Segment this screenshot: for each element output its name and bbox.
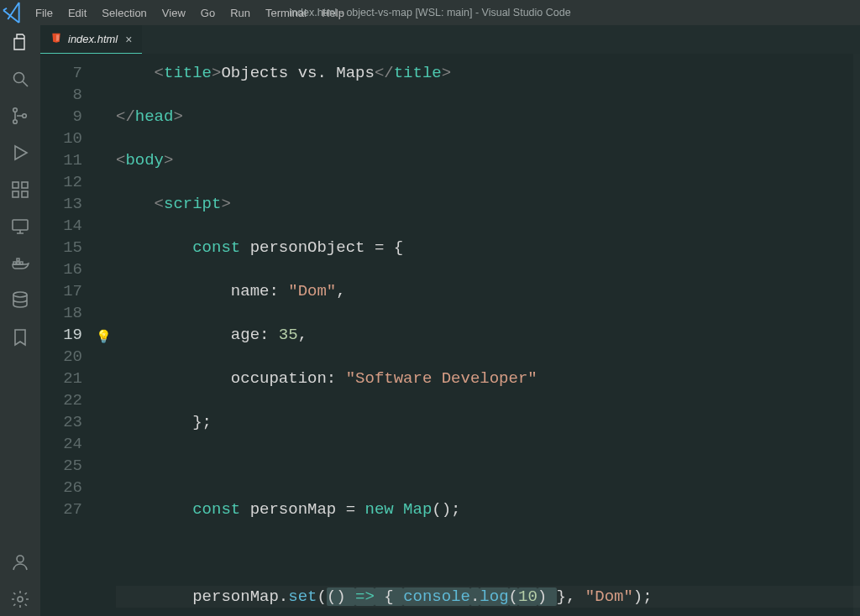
svg-rect-6: [22, 191, 28, 197]
line-number: 20: [40, 346, 82, 368]
line-number: 7: [40, 62, 82, 84]
menu-item-view[interactable]: View: [155, 3, 192, 23]
line-number: 11: [40, 149, 82, 171]
line-number: 16: [40, 258, 82, 280]
code-line[interactable]: age: 35,: [116, 324, 860, 346]
vscode-logo-icon: [0, 0, 27, 26]
code-line[interactable]: [116, 542, 860, 564]
database-icon[interactable]: [8, 289, 32, 312]
close-icon[interactable]: ×: [123, 33, 132, 46]
account-icon[interactable]: [8, 551, 32, 574]
run-debug-icon[interactable]: [8, 141, 32, 164]
code-line[interactable]: <script>: [116, 193, 860, 215]
minimap[interactable]: [853, 54, 860, 616]
line-number: 22: [40, 389, 82, 411]
html-file-icon: [50, 32, 62, 46]
line-number: 18: [40, 302, 82, 324]
code-line[interactable]: </head>: [116, 106, 860, 128]
line-number: 12: [40, 171, 82, 193]
line-number: 26: [40, 477, 82, 499]
code-line[interactable]: const personMap = new Map();: [116, 499, 860, 520]
menu-item-file[interactable]: File: [29, 3, 60, 23]
svg-point-15: [18, 597, 23, 602]
code-editor[interactable]: 789101112131415161718192021222324252627 …: [40, 54, 860, 616]
code-lines[interactable]: <title>Objects vs. Maps</title> </head> …: [116, 62, 860, 616]
code-line[interactable]: };: [116, 411, 860, 433]
line-number-gutter: 789101112131415161718192021222324252627: [40, 62, 99, 616]
line-number: 9: [40, 106, 82, 128]
code-line[interactable]: occupation: "Software Developer": [116, 368, 860, 389]
svg-point-0: [14, 73, 24, 83]
title-bar: FileEditSelectionViewGoRunTerminalHelp i…: [0, 0, 860, 25]
code-line[interactable]: [116, 455, 860, 477]
svg-rect-5: [13, 191, 18, 197]
menu-item-go[interactable]: Go: [194, 3, 222, 23]
editor-tabs: index.html ×: [40, 25, 860, 54]
svg-point-13: [13, 292, 27, 297]
glyph-margin: 💡: [99, 62, 116, 616]
docker-icon[interactable]: [8, 252, 32, 275]
code-line[interactable]: personMap.set(() => { console.log(10) },…: [116, 586, 860, 608]
activity-bar: [0, 25, 40, 616]
line-number: 14: [40, 215, 82, 237]
menu-item-selection[interactable]: Selection: [95, 3, 153, 23]
svg-rect-7: [22, 182, 28, 188]
code-line[interactable]: name: "Dom",: [116, 280, 860, 302]
svg-point-1: [13, 108, 18, 112]
tab-filename: index.html: [68, 33, 118, 45]
line-number: 25: [40, 455, 82, 477]
line-number: 19: [40, 324, 82, 346]
line-number: 13: [40, 193, 82, 215]
line-number: 23: [40, 411, 82, 433]
svg-rect-8: [13, 220, 28, 230]
editor-area: index.html × 789101112131415161718192021…: [40, 25, 860, 616]
extensions-icon[interactable]: [8, 178, 32, 201]
code-line[interactable]: <body>: [116, 149, 860, 171]
tab-index-html[interactable]: index.html ×: [40, 25, 142, 54]
line-number: 21: [40, 368, 82, 389]
menu-item-terminal[interactable]: Terminal: [259, 3, 313, 23]
remote-explorer-icon[interactable]: [8, 215, 32, 238]
svg-rect-12: [17, 258, 19, 261]
bookmark-icon[interactable]: [8, 326, 32, 349]
menu-item-edit[interactable]: Edit: [61, 3, 93, 23]
menu-item-run[interactable]: Run: [223, 3, 257, 23]
line-number: 27: [40, 499, 82, 520]
workbench: index.html × 789101112131415161718192021…: [0, 25, 860, 616]
menu-bar: FileEditSelectionViewGoRunTerminalHelp: [27, 3, 351, 23]
line-number: 8: [40, 84, 82, 106]
search-icon[interactable]: [8, 67, 32, 91]
menu-item-help[interactable]: Help: [315, 3, 351, 23]
lightbulb-icon[interactable]: 💡: [96, 327, 112, 349]
code-line[interactable]: <title>Objects vs. Maps</title>: [116, 62, 860, 84]
settings-gear-icon[interactable]: [8, 587, 32, 611]
line-number: 24: [40, 433, 82, 455]
source-control-icon[interactable]: [8, 104, 32, 128]
line-number: 10: [40, 128, 82, 149]
svg-rect-4: [13, 182, 18, 188]
line-number: 17: [40, 280, 82, 302]
line-number: 15: [40, 237, 82, 258]
explorer-icon[interactable]: [8, 30, 32, 54]
svg-point-14: [17, 556, 24, 562]
svg-point-3: [23, 114, 27, 118]
code-line[interactable]: const personObject = {: [116, 237, 860, 258]
svg-point-2: [13, 120, 18, 124]
